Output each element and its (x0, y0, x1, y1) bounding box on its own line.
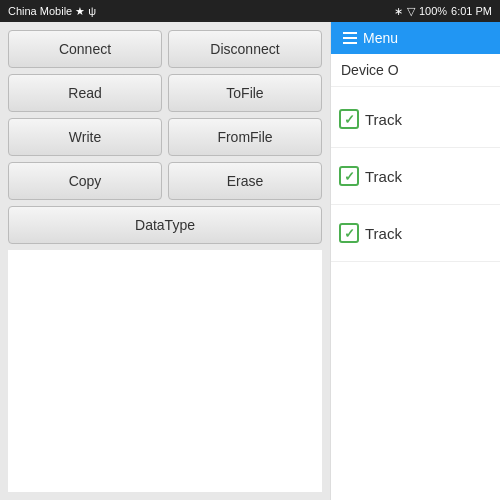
device-header-text: Device O (341, 62, 399, 78)
track-label-1: Track (365, 111, 402, 128)
carrier-text: China Mobile (8, 5, 72, 17)
track-item-1[interactable]: Track (331, 91, 500, 148)
connect-button[interactable]: Connect (8, 30, 162, 68)
read-button[interactable]: Read (8, 74, 162, 112)
tofile-button[interactable]: ToFile (168, 74, 322, 112)
track-label-2: Track (365, 168, 402, 185)
menu-button[interactable]: Menu (331, 22, 500, 54)
erase-button[interactable]: Erase (168, 162, 322, 200)
right-panel: Menu Device O Track Track Track (330, 22, 500, 500)
track-label-3: Track (365, 225, 402, 242)
track-checkbox-3[interactable] (339, 223, 359, 243)
fromfile-button[interactable]: FromFile (168, 118, 322, 156)
datatype-button[interactable]: DataType (8, 206, 322, 244)
track-checkbox-1[interactable] (339, 109, 359, 129)
track-item-2[interactable]: Track (331, 148, 500, 205)
wifi-icon: ▽ (407, 5, 415, 18)
time-display: 6:01 PM (451, 5, 492, 17)
left-content-area (8, 250, 322, 492)
track-checkbox-2[interactable] (339, 166, 359, 186)
copy-button[interactable]: Copy (8, 162, 162, 200)
track-item-3[interactable]: Track (331, 205, 500, 262)
btn-row-4: Copy Erase (8, 162, 322, 200)
menu-line-3 (343, 42, 357, 44)
ψ-icon: ψ (88, 5, 96, 17)
battery-level: 100% (419, 5, 447, 17)
status-bar: China Mobile ★ ψ ∗ ▽ 100% 6:01 PM (0, 0, 500, 22)
menu-line-1 (343, 32, 357, 34)
signal-icon: ★ (75, 5, 85, 18)
track-list: Track Track Track (331, 87, 500, 266)
left-panel: Connect Disconnect Read ToFile Write Fro… (0, 22, 330, 500)
menu-label: Menu (363, 30, 398, 46)
menu-line-2 (343, 37, 357, 39)
btn-row-3: Write FromFile (8, 118, 322, 156)
disconnect-button[interactable]: Disconnect (168, 30, 322, 68)
write-button[interactable]: Write (8, 118, 162, 156)
device-header: Device O (331, 54, 500, 87)
btn-row-2: Read ToFile (8, 74, 322, 112)
bluetooth-icon: ∗ (394, 5, 403, 18)
main-layout: Connect Disconnect Read ToFile Write Fro… (0, 22, 500, 500)
btn-row-1: Connect Disconnect (8, 30, 322, 68)
status-right: ∗ ▽ 100% 6:01 PM (394, 5, 492, 18)
menu-icon (343, 32, 357, 44)
status-left: China Mobile ★ ψ (8, 5, 96, 18)
